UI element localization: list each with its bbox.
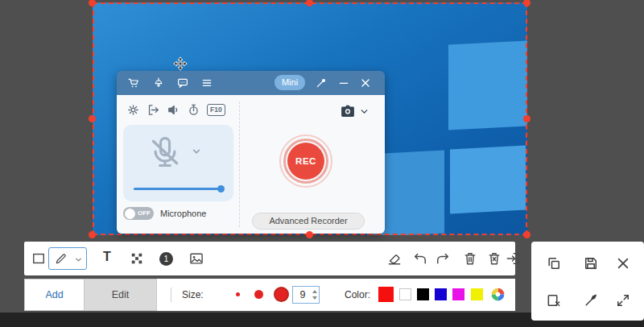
microphone-toggle[interactable]: OFF <box>123 207 154 220</box>
text-tool[interactable]: T <box>100 250 114 264</box>
save-icon[interactable] <box>583 255 599 271</box>
microphone-panel <box>123 125 233 201</box>
export-file-icon[interactable] <box>546 292 562 308</box>
selection-handle[interactable] <box>306 231 313 238</box>
image-tool-icon[interactable] <box>188 250 204 267</box>
cart-icon[interactable] <box>127 77 140 89</box>
selection-handle[interactable] <box>523 0 530 6</box>
annotation-toolbar: T 1 <box>24 242 515 275</box>
edit-tab[interactable]: Edit <box>85 279 157 311</box>
redo-icon[interactable] <box>435 250 451 267</box>
advanced-recorder-button[interactable]: Advanced Recorder <box>252 213 365 230</box>
microphone-label: Microphone <box>160 209 206 218</box>
mosaic-tool-icon[interactable] <box>129 250 145 267</box>
lamp-icon[interactable] <box>152 77 165 89</box>
size-value: 9 <box>293 287 312 304</box>
rectangle-tool-icon[interactable] <box>31 250 47 267</box>
pen-tool-button[interactable] <box>48 247 87 270</box>
selection-handle[interactable] <box>89 231 96 238</box>
color-swatch-magenta[interactable] <box>452 288 464 300</box>
color-label: Color: <box>345 289 370 300</box>
size-large-dot[interactable] <box>274 287 289 302</box>
size-spinner[interactable]: 9 <box>292 286 320 304</box>
edit-bar: Add Edit Size: 9 Color: <box>24 279 515 311</box>
volume-slider[interactable] <box>134 188 223 190</box>
toggle-knob <box>125 209 135 219</box>
feedback-icon[interactable] <box>176 77 189 89</box>
delete-icon[interactable] <box>462 250 478 267</box>
chevron-down-icon[interactable] <box>191 146 202 157</box>
color-swatch-blue[interactable] <box>435 288 447 300</box>
chevron-down-icon[interactable] <box>359 106 369 117</box>
close-icon[interactable] <box>615 255 631 271</box>
color-palette-icon[interactable] <box>489 286 506 303</box>
volume-slider-fill <box>134 188 223 190</box>
recorder-body: F10 OFF Microphone REC <box>117 95 385 234</box>
recorder-window: Mini F10 <box>117 71 385 234</box>
camera-icon[interactable] <box>339 102 357 120</box>
section-divider <box>239 101 240 227</box>
spinner-down-icon[interactable] <box>312 296 317 300</box>
divider <box>171 288 171 302</box>
color-swatch-yellow[interactable] <box>471 288 483 300</box>
close-icon[interactable] <box>359 77 372 89</box>
menu-icon[interactable] <box>200 77 213 89</box>
volume-slider-thumb[interactable] <box>217 185 225 192</box>
pen-tool-icon <box>54 251 68 266</box>
color-swatch-red[interactable] <box>378 287 394 302</box>
selection-handle[interactable] <box>89 115 96 122</box>
spinner-up-icon[interactable] <box>312 290 317 293</box>
mini-mode-button[interactable]: Mini <box>275 75 305 90</box>
timer-icon[interactable] <box>187 103 200 117</box>
pin-tool-icon[interactable] <box>583 292 599 308</box>
settings-gear-icon[interactable] <box>126 103 140 117</box>
pin-icon[interactable] <box>315 77 328 89</box>
size-medium-dot[interactable] <box>254 290 263 299</box>
snapshot-action-panel <box>531 242 644 321</box>
hotkey-f10-button[interactable]: F10 <box>207 104 225 116</box>
rec-button[interactable]: REC <box>287 143 324 180</box>
chevron-down-icon[interactable] <box>74 255 83 264</box>
copy-icon[interactable] <box>546 255 562 271</box>
exit-annotation-icon[interactable] <box>505 250 521 267</box>
delete-all-icon[interactable] <box>486 250 502 267</box>
selection-handle[interactable] <box>523 115 530 122</box>
step-badge-tool[interactable]: 1 <box>159 252 173 266</box>
minimize-to-tray-icon[interactable] <box>147 103 160 117</box>
speaker-icon[interactable] <box>167 103 180 117</box>
color-swatch-black[interactable] <box>417 288 429 300</box>
selection-handle[interactable] <box>523 231 530 238</box>
minimize-icon[interactable] <box>337 77 350 89</box>
toggle-state-label: OFF <box>138 207 151 220</box>
eraser-icon[interactable] <box>386 250 402 267</box>
undo-icon[interactable] <box>412 250 428 267</box>
size-label: Size: <box>182 289 204 300</box>
size-small-dot[interactable] <box>236 292 240 296</box>
add-tab[interactable]: Add <box>24 279 85 311</box>
recorder-titlebar[interactable]: Mini <box>117 71 385 95</box>
microphone-muted-icon[interactable] <box>147 133 183 172</box>
color-swatch-white[interactable] <box>399 288 411 300</box>
fullscreen-icon[interactable] <box>615 292 631 308</box>
